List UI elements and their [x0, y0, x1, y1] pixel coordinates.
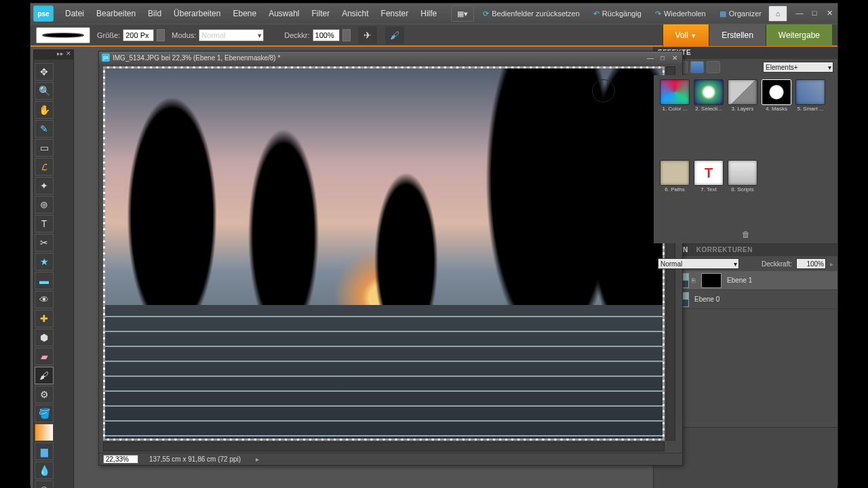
tab-voll[interactable]: Voll ▼ — [663, 24, 709, 46]
layer-opacity-input[interactable]: 100% — [796, 258, 826, 269]
mask-link-icon[interactable]: ⎘ — [692, 277, 698, 284]
menu-bild[interactable]: Bild — [142, 3, 167, 24]
hand-tool[interactable]: ✋ — [35, 101, 54, 119]
blur-tool[interactable]: 💧 — [35, 462, 54, 479]
effects-category-select[interactable]: Elements+ — [763, 62, 833, 73]
menu-fenster[interactable]: Fenster — [375, 3, 415, 24]
layer-opacity-label: Deckkraft: — [762, 260, 792, 268]
document-icon: ps — [102, 54, 110, 62]
eyedropper-tool[interactable]: ✎ — [35, 120, 54, 138]
home-button[interactable]: ⌂ — [768, 5, 787, 22]
document-title: IMG_5134.JPG bei 22,3% (Ebene 1, Ebenenm… — [113, 54, 643, 62]
crop-tool[interactable]: ✂ — [35, 234, 54, 251]
blend-mode-select[interactable]: Normal — [199, 29, 264, 41]
clone-tool[interactable]: ⬢ — [35, 329, 54, 346]
effects-grid: 1. Color ... 2. Selecti... 3. Layers 4. … — [654, 75, 837, 243]
size-label: Größe: — [97, 31, 120, 39]
menu-ebene[interactable]: Ebene — [226, 3, 262, 24]
brush-stroke-icon — [42, 32, 84, 39]
effect-item-scripts[interactable]: 8. Scripts — [727, 160, 758, 238]
toolbox-collapse-button[interactable]: ▸▸ — [57, 50, 64, 60]
layer-blend-mode-select[interactable]: Normal — [658, 258, 739, 269]
minimize-window-button[interactable]: — — [794, 9, 805, 18]
effects-trash-button[interactable]: 🗑 — [742, 230, 750, 239]
toolbox: ▸▸✕ ✥ 🔍 ✋ ✎ ▭ 𝓛 ✦ ⊚ T ✂ ★ ▬ 👁 ✚ ⬢ ▰ 🖌 ⚙ … — [33, 49, 74, 488]
app-logo[interactable]: pse — [33, 5, 54, 22]
eraser-tool[interactable]: ▰ — [35, 348, 54, 365]
lasso-tool[interactable]: 𝓛 — [35, 158, 54, 176]
redo-button[interactable]: ↷Wiederholen — [648, 5, 713, 22]
redeye-tool[interactable]: 👁 — [35, 291, 54, 308]
smart-brush-tool[interactable]: ⚙ — [35, 386, 54, 403]
menu-datei[interactable]: Datei — [59, 3, 90, 24]
brush-size-dropdown[interactable] — [157, 29, 165, 41]
paint-bucket-tool[interactable]: 🪣 — [35, 405, 54, 422]
opacity-input[interactable] — [313, 29, 340, 41]
shape-tool[interactable]: ▆ — [35, 443, 54, 460]
menu-hilfe[interactable]: Hilfe — [414, 3, 443, 24]
document-dimensions: 137,55 cm x 91,86 cm (72 ppi) — [149, 455, 241, 463]
opacity-label: Deckkr: — [284, 31, 309, 39]
layer-name[interactable]: Ebene 0 — [694, 296, 719, 303]
grid-icon: ▦ — [719, 9, 726, 18]
redo-icon: ↷ — [655, 9, 661, 18]
adjustments-panel-tab[interactable]: KORREKTUREN — [696, 244, 753, 256]
tab-erstellen[interactable]: Erstellen — [709, 24, 766, 46]
refresh-icon: ⟳ — [483, 9, 489, 18]
menu-ueberarbeiten[interactable]: Überarbeiten — [167, 3, 226, 24]
gradient-tool[interactable] — [35, 424, 54, 441]
cookie-cutter-tool[interactable]: ★ — [35, 253, 54, 270]
opacity-dropdown[interactable] — [342, 29, 351, 41]
sponge-tool[interactable]: ◉ — [35, 481, 54, 488]
menu-ansicht[interactable]: Ansicht — [336, 3, 374, 24]
organizer-button[interactable]: ▦Organizer — [713, 5, 768, 22]
zoom-level-field[interactable]: 22,33% — [103, 455, 138, 464]
close-window-button[interactable]: ✕ — [824, 9, 835, 18]
magic-wand-tool[interactable]: ✦ — [35, 177, 54, 195]
document-window: ps IMG_5134.JPG bei 22,3% (Ebene 1, Eben… — [98, 51, 683, 466]
healing-tool[interactable]: ✚ — [35, 310, 54, 327]
doc-close-button[interactable]: ✕ — [670, 54, 679, 62]
menu-filter[interactable]: Filter — [306, 3, 336, 24]
menu-auswahl[interactable]: Auswahl — [262, 3, 305, 24]
horizontal-scrollbar[interactable] — [103, 442, 665, 451]
airbrush-toggle[interactable]: ✈ — [358, 26, 377, 44]
effect-item-selection[interactable]: 2. Selecti... — [693, 79, 724, 157]
menu-bearbeiten[interactable]: Bearbeiten — [90, 3, 142, 24]
effect-item-smart[interactable]: 5. Smart ... — [795, 79, 826, 157]
doc-minimize-button[interactable]: — — [646, 54, 655, 62]
layer-mask-thumbnail[interactable] — [701, 273, 722, 288]
move-tool[interactable]: ✥ — [35, 63, 54, 81]
effects-filter-3[interactable] — [690, 61, 704, 73]
undo-icon: ↶ — [593, 9, 599, 18]
maximize-window-button[interactable]: □ — [809, 9, 820, 18]
arrange-documents-button[interactable]: ▦▾ — [451, 5, 474, 22]
reset-panels-button[interactable]: ⟳Bedienfelder zurücksetzen — [476, 5, 587, 22]
tablet-pressure-toggle[interactable]: 🖌 — [385, 26, 404, 44]
effects-filter-4[interactable] — [707, 61, 720, 73]
brush-preview[interactable] — [36, 27, 90, 43]
toolbox-close-button[interactable]: ✕ — [65, 50, 72, 60]
zoom-tool[interactable]: 🔍 — [35, 82, 54, 100]
marquee-tool[interactable]: ▭ — [35, 139, 54, 157]
status-menu-button[interactable]: ▸ — [256, 455, 259, 463]
type-tool[interactable]: T — [35, 215, 54, 232]
effect-item-text[interactable]: T7. Text — [693, 160, 724, 238]
effect-item-color[interactable]: 1. Color ... — [659, 79, 690, 157]
effect-item-layers[interactable]: 3. Layers — [727, 79, 758, 157]
doc-maximize-button[interactable]: □ — [658, 54, 667, 62]
mode-label: Modus: — [172, 31, 196, 39]
undo-button[interactable]: ↶Rückgängig — [587, 5, 648, 22]
straighten-tool[interactable]: ▬ — [35, 272, 54, 289]
brush-tool[interactable]: 🖌 — [35, 367, 54, 384]
brush-size-input[interactable] — [123, 29, 154, 41]
canvas-area[interactable] — [103, 66, 665, 441]
layer-name[interactable]: Ebene 1 — [727, 277, 752, 284]
effect-item-paths[interactable]: 6. Paths — [659, 160, 690, 238]
quick-select-tool[interactable]: ⊚ — [35, 196, 54, 214]
brush-cursor — [592, 79, 615, 102]
effect-item-masks[interactable]: 4. Masks — [761, 79, 792, 157]
tab-weitergabe[interactable]: Weitergabe — [766, 24, 832, 46]
